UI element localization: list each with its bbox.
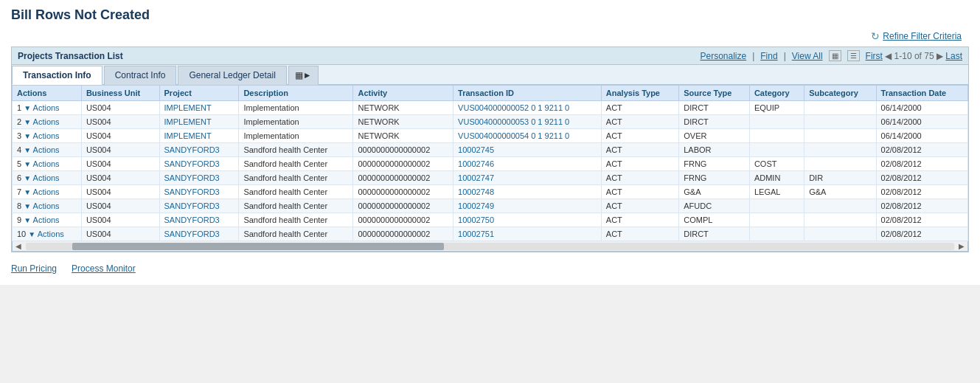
project-cell[interactable]: SANDYFORD3 [159,143,239,157]
source-type-cell: AFUDC [679,199,750,213]
project-link[interactable]: SANDYFORD3 [164,145,220,154]
project-cell[interactable]: IMPLEMENT [159,115,239,129]
scrollbar-track[interactable] [26,243,954,250]
actions-arrow[interactable]: ▼ [28,230,35,238]
subcategory-cell [804,157,876,171]
grid-icon[interactable]: ▦ [829,50,841,61]
columns-icon[interactable]: ☰ [847,50,860,61]
activity-cell: 0000000000000002 [353,171,453,185]
project-cell[interactable]: SANDYFORD3 [159,185,239,199]
table-row: 3 ▼ ActionsUS004IMPLEMENTImplementationN… [13,129,968,143]
project-cell[interactable]: IMPLEMENT [159,101,239,115]
actions-arrow[interactable]: ▼ [24,174,31,182]
actions-link[interactable]: Actions [33,173,60,182]
prev-icon[interactable]: ◀ [885,51,892,61]
transaction-id-cell[interactable]: 10002751 [453,227,602,241]
tab-contract-info[interactable]: Contract Info [104,66,177,85]
project-cell[interactable]: SANDYFORD3 [159,213,239,227]
transaction-id-link[interactable]: 10002751 [458,230,494,238]
refine-filter-link[interactable]: Refine Filter Criteria [883,31,962,41]
transaction-id-cell[interactable]: VUS004000000054 0 1 9211 0 [453,129,602,143]
transaction-id-cell[interactable]: 10002747 [453,171,602,185]
actions-link[interactable]: Actions [33,215,60,224]
actions-arrow[interactable]: ▼ [24,132,31,140]
business-unit-cell: US004 [81,143,159,157]
project-link[interactable]: IMPLEMENT [164,117,212,126]
actions-arrow[interactable]: ▼ [24,146,31,154]
scroll-left-arrow[interactable]: ◀ [13,242,24,250]
actions-link[interactable]: Actions [33,187,60,196]
transaction-id-link[interactable]: 10002746 [458,159,494,168]
project-cell[interactable]: SANDYFORD3 [159,199,239,213]
project-cell[interactable]: SANDYFORD3 [159,157,239,171]
project-link[interactable]: IMPLEMENT [164,131,212,140]
actions-arrow[interactable]: ▼ [24,160,31,168]
actions-link[interactable]: Actions [33,201,60,210]
actions-link[interactable]: Actions [33,145,60,154]
tab-general-ledger[interactable]: General Ledger Detail [178,66,286,85]
project-link[interactable]: IMPLEMENT [164,103,212,112]
project-link[interactable]: SANDYFORD3 [164,215,220,224]
category-cell [749,115,804,129]
project-link[interactable]: SANDYFORD3 [164,187,220,196]
personalize-link[interactable]: Personalize [700,51,746,61]
transaction-id-cell[interactable]: 10002745 [453,143,602,157]
transaction-id-cell[interactable]: VUS004000000052 0 1 9211 0 [453,101,602,115]
actions-cell: 4 ▼ Actions [13,143,82,157]
subcategory-cell [804,227,876,241]
actions-arrow[interactable]: ▼ [24,202,31,210]
actions-link[interactable]: Actions [33,159,60,168]
page-title: Bill Rows Not Created [11,7,969,23]
more-tabs-icon[interactable]: ▦► [288,66,319,85]
next-icon[interactable]: ▶ [936,51,943,61]
project-cell[interactable]: SANDYFORD3 [159,171,239,185]
transaction-id-cell[interactable]: 10002748 [453,185,602,199]
actions-arrow[interactable]: ▼ [24,104,31,112]
process-monitor-link[interactable]: Process Monitor [72,263,136,274]
transaction-id-link[interactable]: 10002745 [458,145,494,154]
horizontal-scrollbar[interactable]: ◀ ▶ [12,241,968,252]
tab-transaction-info[interactable]: Transaction Info [12,66,102,85]
description-cell: Implementation [239,115,353,129]
project-link[interactable]: SANDYFORD3 [164,173,220,182]
project-link[interactable]: SANDYFORD3 [164,201,220,210]
project-link[interactable]: SANDYFORD3 [164,230,220,238]
actions-link[interactable]: Actions [33,103,60,112]
col-source-type: Source Type [679,86,750,101]
find-link[interactable]: Find [760,51,777,61]
transaction-id-link[interactable]: 10002749 [458,201,494,210]
actions-link[interactable]: Actions [33,131,60,140]
transaction-id-link[interactable]: VUS004000000054 0 1 9211 0 [458,131,569,140]
transaction-id-link[interactable]: 10002747 [458,173,494,182]
project-cell[interactable]: IMPLEMENT [159,129,239,143]
actions-arrow[interactable]: ▼ [24,216,31,224]
project-cell[interactable]: SANDYFORD3 [159,227,239,241]
source-type-cell: COMPL [679,213,750,227]
transaction-id-link[interactable]: VUS004000000052 0 1 9211 0 [458,103,569,112]
footer-links: Run Pricing Process Monitor [11,260,969,277]
transaction-id-cell[interactable]: VUS004000000053 0 1 9211 0 [453,115,602,129]
transaction-id-cell[interactable]: 10002750 [453,213,602,227]
actions-link[interactable]: Actions [33,117,60,126]
analysis-type-cell: ACT [601,115,678,129]
transaction-id-link[interactable]: VUS004000000053 0 1 9211 0 [458,117,569,126]
scrollbar-thumb[interactable] [72,243,444,250]
description-cell: Sandford health Center [239,157,353,171]
transaction-id-cell[interactable]: 10002749 [453,199,602,213]
actions-arrow[interactable]: ▼ [24,188,31,196]
scroll-right-arrow[interactable]: ▶ [956,242,967,250]
actions-arrow[interactable]: ▼ [24,118,31,126]
analysis-type-cell: ACT [601,157,678,171]
transaction-id-link[interactable]: 10002748 [458,187,494,196]
project-link[interactable]: SANDYFORD3 [164,159,220,168]
row-number: 6 [17,173,21,182]
source-type-cell: OVER [679,129,750,143]
transaction-id-cell[interactable]: 10002746 [453,157,602,171]
row-number: 4 [17,145,21,154]
first-link[interactable]: First [866,51,883,61]
view-all-link[interactable]: View All [792,51,823,61]
actions-link[interactable]: Actions [38,230,64,238]
run-pricing-link[interactable]: Run Pricing [11,263,57,274]
transaction-id-link[interactable]: 10002750 [458,215,494,224]
last-link[interactable]: Last [945,51,962,61]
